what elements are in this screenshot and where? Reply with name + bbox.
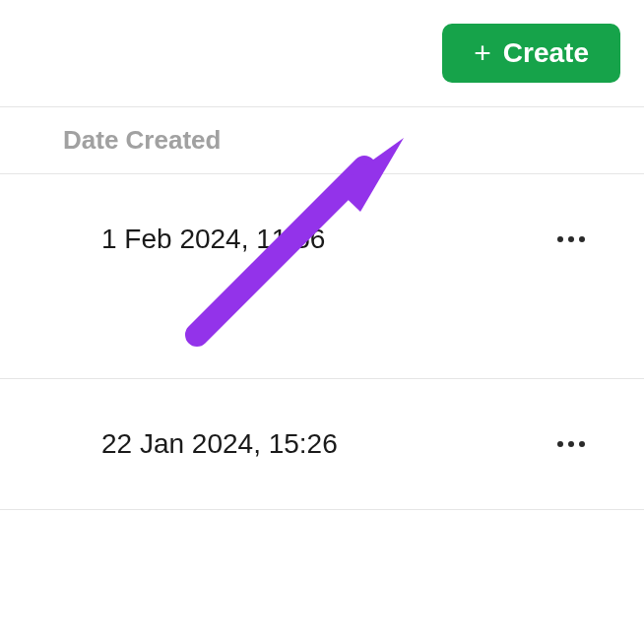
dots-icon: [557, 441, 563, 447]
date-created-header: Date Created: [63, 125, 644, 156]
dots-icon: [568, 236, 574, 242]
dots-icon: [579, 441, 585, 447]
more-options-button[interactable]: [547, 431, 595, 457]
table-header: Date Created: [0, 106, 644, 174]
table-row: 1 Feb 2024, 11:56: [0, 174, 644, 379]
more-options-button[interactable]: [547, 226, 595, 252]
create-button[interactable]: + Create: [442, 24, 620, 83]
dots-icon: [579, 236, 585, 242]
dots-icon: [568, 441, 574, 447]
top-bar: + Create: [0, 0, 644, 106]
table-row: 22 Jan 2024, 15:26: [0, 379, 644, 510]
create-button-label: Create: [503, 37, 589, 69]
date-created-value: 1 Feb 2024, 11:56: [101, 224, 325, 255]
date-created-value: 22 Jan 2024, 15:26: [101, 428, 338, 460]
plus-icon: +: [474, 38, 491, 68]
dots-icon: [557, 236, 563, 242]
